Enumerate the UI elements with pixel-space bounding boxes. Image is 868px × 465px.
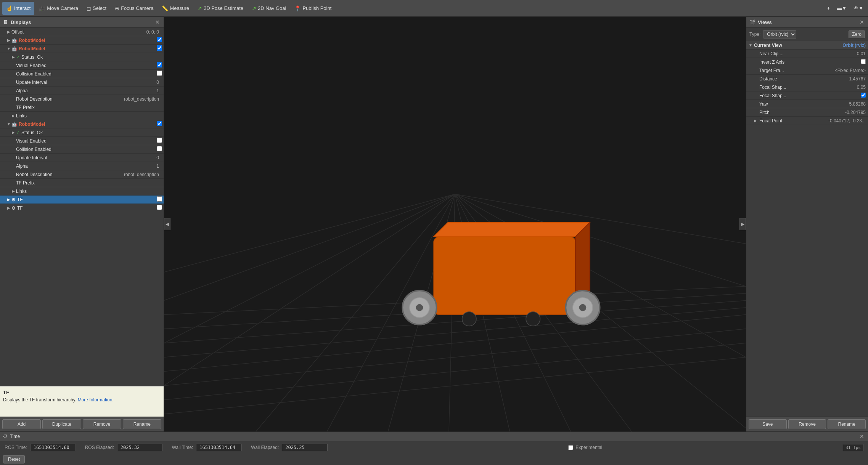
robotmodel-2-status-row[interactable]: ▶ ✓ Status: Ok xyxy=(0,53,164,61)
distance-value: 1.45767 xyxy=(849,76,866,82)
tf-1-icon: ⚙ xyxy=(11,197,16,202)
invert-z-row[interactable]: Invert Z Axis xyxy=(746,58,868,66)
views-type-label: Type: xyxy=(749,32,760,37)
time-close-button[interactable]: ✕ xyxy=(859,433,865,439)
robotmodel-2-visual-checkbox[interactable] xyxy=(157,62,162,67)
views-rename-button[interactable]: Rename xyxy=(828,419,866,429)
robotmodel-2-visual-row[interactable]: Visual Enabled xyxy=(0,61,164,70)
displays-panel: 🖥 Displays ✕ ▶ Offset 0; 0; 0 ▶ 🤖 RobotM… xyxy=(0,17,164,431)
views-zero-button[interactable]: Zero xyxy=(849,30,865,38)
move-camera-button[interactable]: 🎥 Move Camera xyxy=(35,2,82,15)
robotmodel-2-collision-checkbox[interactable] xyxy=(157,71,162,76)
displays-list: ▶ Offset 0; 0; 0 ▶ 🤖 RobotModel ▼ 🤖 Robo… xyxy=(0,28,164,386)
viewport[interactable]: ◀ ▶ xyxy=(164,17,746,431)
robotmodel-2-interval-row[interactable]: Update Interval 0 xyxy=(0,78,164,87)
select-button[interactable]: ◻ Select xyxy=(83,2,110,15)
viewport-left-arrow[interactable]: ◀ xyxy=(164,218,170,230)
robotmodel-2-checkbox[interactable] xyxy=(157,45,162,51)
focal-point-row[interactable]: ▶ Focal Point -0.040712; -0.23... xyxy=(746,117,868,125)
robotmodel-3-row[interactable]: ▼ 🤖 RobotModel xyxy=(0,120,164,128)
reset-button[interactable]: Reset xyxy=(3,455,25,463)
focal-point-expand[interactable]: ▶ xyxy=(754,119,759,123)
focus-camera-button[interactable]: ⊕ Focus Camera xyxy=(111,2,157,15)
remove-button[interactable]: Remove xyxy=(83,419,121,429)
current-view-expand: ▼ xyxy=(749,43,754,47)
eye-button[interactable]: 👁▼ xyxy=(851,2,866,15)
robotmodel-1-checkbox[interactable] xyxy=(157,37,162,42)
robotmodel-2-checkbox-cell[interactable] xyxy=(157,45,162,52)
robotmodel-3-alpha-label: Alpha xyxy=(16,164,156,169)
robotmodel-3-status-expand[interactable]: ▶ xyxy=(11,130,16,135)
robotmodel-3-checkbox[interactable] xyxy=(157,121,162,126)
near-clip-row[interactable]: Near Clip ... 0.01 xyxy=(746,50,868,58)
robotmodel-2-expand-btn[interactable]: ▼ xyxy=(6,46,11,51)
tf-2-row[interactable]: ▶ ⚙ TF xyxy=(0,204,164,212)
focal-shape-2-row[interactable]: Focal Shap... xyxy=(746,91,868,100)
target-frame-row[interactable]: Target Fra... <Fixed Frame> xyxy=(746,66,868,75)
robotmodel-2-links-expand[interactable]: ▶ xyxy=(11,114,16,118)
pose-estimate-button[interactable]: ↗ 2D Pose Estimate xyxy=(194,2,247,15)
duplicate-button[interactable]: Duplicate xyxy=(42,419,81,429)
offset-expand-btn[interactable]: ▶ xyxy=(6,30,11,34)
robotmodel-1-expand-btn[interactable]: ▶ xyxy=(6,38,11,42)
measure-button[interactable]: 📏 Measure xyxy=(158,2,193,15)
robotmodel-2-row[interactable]: ▼ 🤖 RobotModel xyxy=(0,45,164,53)
robotmodel-3-collision-checkbox[interactable] xyxy=(157,146,162,151)
robotmodel-2-status-expand[interactable]: ▶ xyxy=(11,55,16,59)
tf-1-checkbox[interactable] xyxy=(157,196,162,202)
layout-button[interactable]: ▬▼ xyxy=(834,2,849,15)
robotmodel-3-collision-row[interactable]: Collision Enabled xyxy=(0,145,164,154)
tf-2-checkbox[interactable] xyxy=(157,205,162,210)
add-display-button[interactable]: + xyxy=(825,2,833,15)
tf-2-expand-btn[interactable]: ▶ xyxy=(6,206,11,210)
robotmodel-3-visual-checkbox[interactable] xyxy=(157,138,162,143)
robotmodel-3-status-row[interactable]: ▶ ✓ Status: Ok xyxy=(0,128,164,137)
invert-z-checkbox[interactable] xyxy=(861,59,866,64)
robotmodel-3-expand-btn[interactable]: ▼ xyxy=(6,122,11,126)
select-icon: ◻ xyxy=(87,5,91,11)
views-remove-button[interactable]: Remove xyxy=(788,419,826,429)
focal-shape-1-row[interactable]: Focal Shap... 0.05 xyxy=(746,83,868,91)
select-label: Select xyxy=(93,5,106,11)
viewport-right-arrow[interactable]: ▶ xyxy=(739,218,746,230)
robotmodel-3-interval-row[interactable]: Update Interval 0 xyxy=(0,154,164,162)
robotmodel-2-links-row[interactable]: ▶ Links xyxy=(0,112,164,120)
info-more-link[interactable]: More Information xyxy=(78,397,113,402)
robotmodel-2-collision-row[interactable]: Collision Enabled xyxy=(0,70,164,78)
focal-point-value: -0.040712; -0.23... xyxy=(828,118,866,123)
robotmodel-3-tfprefix-row[interactable]: TF Prefix xyxy=(0,179,164,187)
wall-time-field: Wall Time: 1651303514.64 xyxy=(172,444,242,451)
pose-estimate-label: 2D Pose Estimate xyxy=(204,5,243,11)
robotmodel-3-desc-row[interactable]: Robot Description robot_description xyxy=(0,170,164,179)
robotmodel-1-checkbox-cell[interactable] xyxy=(157,37,162,43)
rename-button[interactable]: Rename xyxy=(123,419,161,429)
nav-goal-button[interactable]: ↗ 2D Nav Goal xyxy=(248,2,290,15)
tf-1-row[interactable]: ▶ ⚙ TF xyxy=(0,196,164,204)
robotmodel-2-desc-row[interactable]: Robot Description robot_description xyxy=(0,95,164,103)
tf-1-expand-btn[interactable]: ▶ xyxy=(6,197,11,202)
publish-point-button[interactable]: 📍 Publish Point xyxy=(291,2,335,15)
focal-shape-2-checkbox[interactable] xyxy=(861,93,866,98)
robotmodel-3-alpha-row[interactable]: Alpha 1 xyxy=(0,162,164,170)
yaw-row[interactable]: Yaw 5.85268 xyxy=(746,100,868,108)
interact-button[interactable]: ☝ Interact xyxy=(2,2,34,15)
add-button[interactable]: Add xyxy=(2,419,41,429)
robotmodel-3-links-row[interactable]: ▶ Links xyxy=(0,187,164,196)
robotmodel-1-row[interactable]: ▶ 🤖 RobotModel xyxy=(0,36,164,45)
distance-row[interactable]: Distance 1.45767 xyxy=(746,75,868,83)
pitch-row[interactable]: Pitch -0.204795 xyxy=(746,108,868,117)
main-area: 🖥 Displays ✕ ▶ Offset 0; 0; 0 ▶ 🤖 RobotM… xyxy=(0,17,868,431)
display-offset-row[interactable]: ▶ Offset 0; 0; 0 xyxy=(0,28,164,36)
views-close-button[interactable]: ✕ xyxy=(859,19,865,25)
current-view-header[interactable]: ▼ Current View Orbit (rviz) xyxy=(746,41,868,50)
robotmodel-3-links-expand[interactable]: ▶ xyxy=(11,189,16,193)
measure-icon: 📏 xyxy=(162,5,168,11)
experimental-checkbox[interactable] xyxy=(568,445,573,450)
robotmodel-2-tfprefix-row[interactable]: TF Prefix xyxy=(0,103,164,112)
robotmodel-3-alpha-value: 1 xyxy=(156,164,159,169)
views-save-button[interactable]: Save xyxy=(749,419,787,429)
views-type-select[interactable]: Orbit (rviz) xyxy=(764,30,796,38)
robotmodel-3-visual-row[interactable]: Visual Enabled xyxy=(0,137,164,145)
displays-close-button[interactable]: ✕ xyxy=(154,19,161,25)
robotmodel-2-alpha-row[interactable]: Alpha 1 xyxy=(0,87,164,95)
